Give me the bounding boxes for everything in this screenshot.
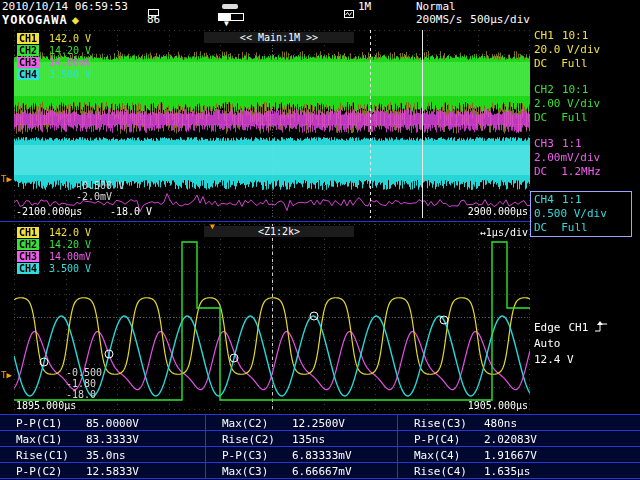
measurement-row: P-P(C2)12.5833V Max(C3)6.66667mV Rise(C4… xyxy=(0,463,640,479)
measurement-value: 1.91667V xyxy=(484,449,537,462)
ch4-bandwidth: Full xyxy=(561,221,588,234)
sidebar-ch1-settings: CH110:1 20.0 V/div DCFull xyxy=(534,29,640,71)
measurement-label: Rise(C3) xyxy=(414,417,467,430)
measurement-panel: P-P(C1)85.0000V Max(C2)12.2500V Rise(C3)… xyxy=(0,414,640,480)
measurement-cell: P-P(C2)12.5833V xyxy=(0,463,206,478)
ch3-coupling: DC xyxy=(534,165,547,178)
ch4-bottom-edge-label: -0.500 xyxy=(66,367,102,378)
measurement-value: 135ns xyxy=(292,433,325,446)
ch2-bandwidth: Full xyxy=(561,111,588,124)
rising-edge-icon xyxy=(594,321,608,333)
measurement-cell: Max(C4)1.91667V xyxy=(398,447,640,462)
measurement-value: 85.0000V xyxy=(86,417,139,430)
ch4-coupling: DC xyxy=(534,221,547,234)
measurement-row: Max(C1)83.3333V Rise(C2)135ns P-P(C4)2.0… xyxy=(0,431,640,447)
memory-icon xyxy=(344,3,354,22)
window-divider xyxy=(0,221,532,222)
main-window: CH1142.0 V CH214.20 V CH314.00mV CH43.50… xyxy=(14,30,530,218)
ch2-scale: 2.00 V/div xyxy=(534,97,640,111)
acquisition-indicator xyxy=(222,4,238,9)
measurement-label: P-P(C4) xyxy=(414,433,460,446)
ch3-probe: 1:1 xyxy=(562,137,582,150)
trigger-mode: Normal xyxy=(416,1,456,13)
trigger-source: CH1 xyxy=(569,321,589,334)
measurement-label: Rise(C1) xyxy=(16,449,69,462)
ch4-top-value: 3.500 V xyxy=(49,263,91,274)
trigger-type: Edge xyxy=(534,321,561,334)
sidebar-ch4-settings-selected: CH41:1 0.500 V/div DCFull xyxy=(530,191,632,237)
sample-rate: 200MS/s500μs/div xyxy=(416,14,530,26)
zoom-channel-readouts: CH1142.0 V CH214.20 V CH314.00mV CH43.50… xyxy=(17,227,91,275)
measurement-cell: Max(C1)83.3333V xyxy=(0,431,206,446)
measurement-label: P-P(C2) xyxy=(16,465,62,478)
ch1-bottom-edge-label: -18.0 V xyxy=(110,206,152,217)
trigger-sweep-mode: Auto xyxy=(534,336,640,352)
zoom-timebase: ↔1μs/div xyxy=(480,227,528,238)
main-right-time: 2900.000μs xyxy=(468,206,528,217)
measurement-value: 6.83333mV xyxy=(292,449,352,462)
ch1-badge: CH1 xyxy=(17,227,39,238)
record-position-pointer-icon: ▼ xyxy=(224,20,229,28)
measurement-cell: Max(C2)12.2500V xyxy=(206,415,398,430)
zoom-right-time: 1905.000μs xyxy=(468,400,528,411)
measurement-cell: P-P(C1)85.0000V xyxy=(0,415,206,430)
zoom-window: CH1142.0 V CH214.20 V CH314.00mV CH43.50… xyxy=(14,224,530,410)
ch1-bottom-edge-label: -18.0 xyxy=(66,389,96,400)
measurement-label: Max(C2) xyxy=(222,417,268,430)
measurement-cell: P-P(C3)6.83333mV xyxy=(206,447,398,462)
zoom-window-title: <Z1:2k> xyxy=(204,226,354,237)
ch2-badge: CH2 xyxy=(17,45,39,56)
sidebar-ch3-settings: CH31:1 2.00mV/div DC1.2MHz xyxy=(534,137,640,179)
measurement-label: P-P(C1) xyxy=(16,417,62,430)
ch3-top-value: 14.00mV xyxy=(49,251,91,262)
measurement-label: Rise(C2) xyxy=(222,433,275,446)
count-readout: 86 xyxy=(147,14,160,26)
datetime: 2010/10/14 06:59:53 xyxy=(2,1,128,13)
timebase: 500μs/div xyxy=(470,13,530,26)
ch3-bandwidth: 1.2MHz xyxy=(561,165,601,178)
ch1-top-value: 142.0 V xyxy=(49,33,91,44)
ch3-label: CH3 xyxy=(534,137,554,150)
measurement-cell: Rise(C4)1.635μs xyxy=(398,463,640,478)
ch1-badge: CH1 xyxy=(17,33,39,44)
ch4-probe: 1:1 xyxy=(562,193,582,206)
ch4-bottom-edge-label: -0.500 V xyxy=(76,180,124,191)
ch3-badge: CH3 xyxy=(17,57,39,68)
ch2-label: CH2 xyxy=(534,83,554,96)
main-window-title: << Main:1M >> xyxy=(204,32,354,43)
ch4-badge: CH4 xyxy=(17,69,39,80)
measurement-cell: Max(C3)6.66667mV xyxy=(206,463,398,478)
trigger-level: 12.4 V xyxy=(534,352,640,368)
ch1-bandwidth: Full xyxy=(561,57,588,70)
ch2-top-value: 14.20 V xyxy=(49,45,91,56)
measurement-value: 83.3333V xyxy=(86,433,139,446)
ch2-bottom-edge-label: -1.80 xyxy=(66,378,96,389)
measurement-value: 35.0ns xyxy=(86,449,126,462)
measurement-label: Rise(C4) xyxy=(414,465,467,478)
measurement-label: Max(C1) xyxy=(16,433,62,446)
oscilloscope-screen: 2010/10/14 06:59:53 1M Normal YOKOGAWA◆ … xyxy=(0,0,640,480)
main-left-time: -2100.000μs xyxy=(16,206,82,217)
measurement-label: Max(C3) xyxy=(222,465,268,478)
measurement-cell: Rise(C1)35.0ns xyxy=(0,447,206,462)
measurement-cell: P-P(C4)2.02083V xyxy=(398,431,640,446)
status-bar: 2010/10/14 06:59:53 1M Normal YOKOGAWA◆ … xyxy=(0,0,640,28)
measurement-value: 480ns xyxy=(484,417,517,430)
ch4-badge: CH4 xyxy=(17,263,39,274)
measurement-row: Rise(C1)35.0ns P-P(C3)6.83333mV Max(C4)1… xyxy=(0,447,640,463)
ch2-coupling: DC xyxy=(534,111,547,124)
zoom-trigger-level-marker-icon: T▶ xyxy=(1,370,12,380)
channel-settings-panel: CH110:1 20.0 V/div DCFull CH210:1 2.00 V… xyxy=(534,29,640,249)
zoom-trigger-position-marker-icon: ▼ xyxy=(210,223,215,231)
ch1-coupling: DC xyxy=(534,57,547,70)
measurement-cell: Rise(C3)480ns xyxy=(398,415,640,430)
measurement-value: 12.5833V xyxy=(86,465,139,478)
main-trigger-level-marker-icon: T▶ xyxy=(1,174,12,184)
brand-logo: YOKOGAWA◆ xyxy=(2,13,80,27)
ch2-badge: CH2 xyxy=(17,239,39,250)
ch2-top-value: 14.20 V xyxy=(49,239,91,250)
ch4-label: CH4 xyxy=(534,193,554,206)
ch3-bottom-edge-label: -2.0mV xyxy=(76,191,112,202)
measurement-row: P-P(C1)85.0000V Max(C2)12.2500V Rise(C3)… xyxy=(0,415,640,431)
measurement-value: 12.2500V xyxy=(292,417,345,430)
